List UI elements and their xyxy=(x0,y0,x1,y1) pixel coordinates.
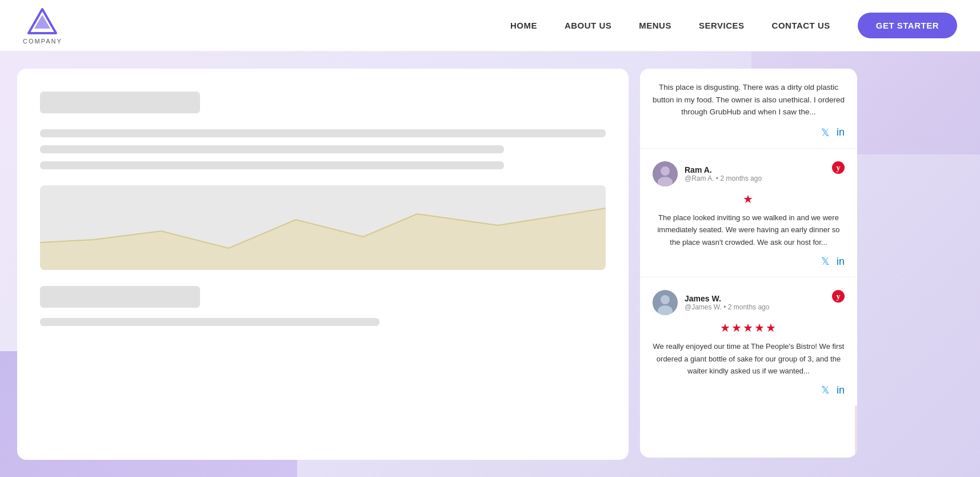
review-social-ram: 𝕏 in xyxy=(653,255,845,268)
twitter-icon-ram[interactable]: 𝕏 xyxy=(821,255,830,268)
logo: COMPANY xyxy=(23,7,62,45)
svg-point-11 xyxy=(661,295,670,304)
reviews-sidebar: This place is disgusting. There was a di… xyxy=(640,69,857,458)
review-social-james: 𝕏 in xyxy=(653,384,845,396)
chart-area xyxy=(40,185,606,270)
svg-marker-2 xyxy=(40,208,606,270)
get-starter-button[interactable]: GET STARTER xyxy=(858,13,957,38)
review-body-james: We really enjoyed our time at The People… xyxy=(653,340,845,377)
skeleton-line-1 xyxy=(40,129,606,137)
nav-menus[interactable]: MENUS xyxy=(639,21,671,30)
reviewer-handle-ram: @Ram A. • 2 months ago xyxy=(685,174,762,182)
review-card-james: y James W. @James W. • 2 months ago ★★★★… xyxy=(640,277,857,406)
skeleton-line-4 xyxy=(40,318,379,326)
skeleton-line-2 xyxy=(40,145,504,153)
reviewer-row-james: James W. @James W. • 2 months ago xyxy=(653,290,845,315)
avatar-ram xyxy=(653,161,678,186)
first-review-social: 𝕏 in xyxy=(653,126,845,139)
reviewer-name-james: James W. xyxy=(685,294,769,303)
main-content-card xyxy=(17,69,629,460)
svg-text:y: y xyxy=(837,164,841,172)
reviews-sidebar-inner[interactable]: This place is disgusting. There was a di… xyxy=(640,69,857,458)
skeleton-line-3 xyxy=(40,161,504,169)
nav-contact[interactable]: CONTACT US xyxy=(772,21,830,30)
yelp-icon-james: y xyxy=(832,290,845,305)
reviewer-name-ram: Ram A. xyxy=(685,165,762,174)
review-card-ram: y Ram A. @Ram A. • 2 months ago ★ The pl… xyxy=(640,149,857,277)
nav-links: HOME ABOUT US MENUS SERVICES CONTACT US xyxy=(510,21,830,30)
navbar: COMPANY HOME ABOUT US MENUS SERVICES CON… xyxy=(0,0,980,51)
reviewer-row-ram: Ram A. @Ram A. • 2 months ago xyxy=(653,161,845,186)
skeleton-title xyxy=(40,92,200,113)
chart-svg xyxy=(40,185,606,270)
linkedin-icon-james[interactable]: in xyxy=(837,384,845,396)
logo-icon xyxy=(25,7,59,37)
avatar-james xyxy=(653,290,678,315)
linkedin-icon-ram[interactable]: in xyxy=(837,256,845,268)
svg-text:y: y xyxy=(837,292,841,301)
twitter-icon-james[interactable]: 𝕏 xyxy=(821,384,830,396)
twitter-icon-first[interactable]: 𝕏 xyxy=(821,126,830,139)
nav-home[interactable]: HOME xyxy=(510,21,537,30)
stars-ram: ★ xyxy=(653,192,845,206)
review-card-first: This place is disgusting. There was a di… xyxy=(640,69,857,149)
logo-label: COMPANY xyxy=(23,38,62,45)
linkedin-icon-first[interactable]: in xyxy=(837,126,845,138)
review-body-ram: The place looked inviting so we walked i… xyxy=(653,212,845,248)
nav-services[interactable]: SERVICES xyxy=(699,21,745,30)
reviewer-info-ram: Ram A. @Ram A. • 2 months ago xyxy=(685,165,762,182)
reviewer-info-james: James W. @James W. • 2 months ago xyxy=(685,294,769,311)
skeleton-title2 xyxy=(40,286,200,308)
page-background: This place is disgusting. There was a di… xyxy=(0,51,980,477)
stars-james: ★★★★★ xyxy=(653,321,845,335)
first-review-text: This place is disgusting. There was a di… xyxy=(653,81,845,118)
svg-point-6 xyxy=(661,166,670,176)
nav-about[interactable]: ABOUT US xyxy=(565,21,611,30)
reviewer-handle-james: @James W. • 2 months ago xyxy=(685,303,769,311)
yelp-icon-ram: y xyxy=(832,161,845,176)
